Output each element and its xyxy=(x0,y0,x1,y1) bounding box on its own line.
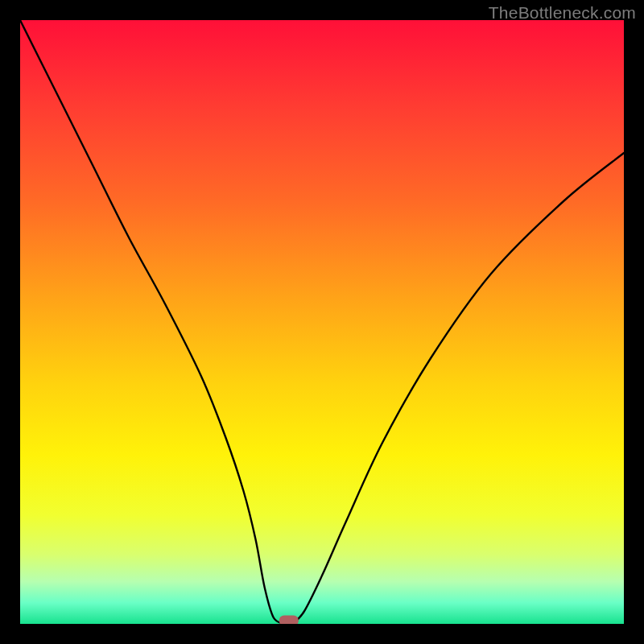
bottleneck-chart xyxy=(20,20,624,624)
plot-area xyxy=(20,20,624,624)
gradient-background xyxy=(20,20,624,624)
optimal-marker xyxy=(279,616,299,625)
watermark-text: TheBottleneck.com xyxy=(489,3,636,23)
chart-frame: TheBottleneck.com xyxy=(0,0,644,644)
